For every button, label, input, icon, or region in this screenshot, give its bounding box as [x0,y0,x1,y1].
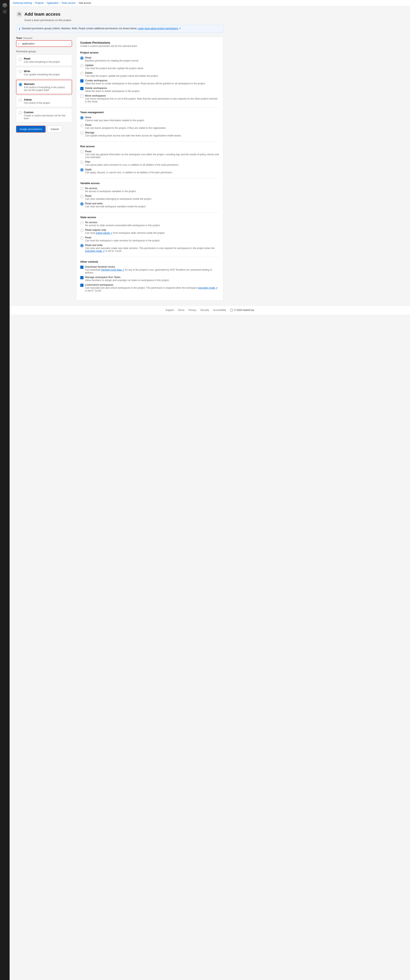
external-link-icon: ↗ [179,27,181,30]
svg-point-0 [18,13,19,14]
run-read-option[interactable]: Read Can read any general information on… [80,150,219,159]
perm-group-maintain[interactable]: Maintain Full control of everything in t… [16,80,72,94]
create-workspaces-desc: Allow this team to create workspaces in … [85,82,219,85]
custom-permissions-panel: Custom Permissions Create a custom permi… [76,37,223,301]
move-workspaces-checkbox [80,95,83,98]
perm-group-custom-desc: Create a custom permission set for this … [24,114,70,120]
breadcrumb-team-access[interactable]: Team access [62,2,76,5]
state-read-label: Read [85,236,219,239]
assign-permissions-button[interactable]: Assign permissions [16,126,46,133]
team-icon [16,11,22,18]
footer-privacy[interactable]: Privacy [188,309,196,312]
var-none-desc: No access to workspace variables in the … [85,190,219,193]
team-none-label: None [85,116,219,119]
execution-mode-link-state[interactable]: execution mode ↗ [85,250,105,252]
delete-workspaces-option[interactable]: ✓ Delete workspaces Allow this team to d… [80,86,219,92]
radio-maintain [19,83,22,86]
footer-accessibility[interactable]: Accessibility [213,309,226,312]
project-read-option[interactable]: Read Baseline permission for reading the… [80,56,219,62]
sidebar: ▸ [0,0,10,980]
create-workspaces-option[interactable]: ✓ Create workspaces Allow this team to c… [80,79,219,85]
state-none-radio [80,221,83,224]
state-read-option[interactable]: Read Can read the workspace's state vers… [80,236,219,242]
main-content: hashicorp-training / Projects / Applicat… [10,0,410,980]
cancel-button[interactable]: Cancel [47,126,62,133]
perm-group-write[interactable]: Write Can update everything the project [16,67,72,78]
breadcrumb-projects[interactable]: Projects [35,2,44,5]
breadcrumb-application[interactable]: Application [47,2,59,5]
form-layout: Team Required ✓ application developers o… [16,37,223,301]
var-read-label: Read [85,194,219,197]
team-manage-option[interactable]: Manage Can update existing team access a… [80,131,219,137]
run-apply-desc: Can apply, discard, or cancel runs, in a… [85,171,219,174]
custom-perm-title: Custom Permissions [80,41,219,44]
state-outputs-label: Read outputs only [85,228,219,231]
sidebar-expand-button[interactable]: ▸ [3,10,7,14]
learn-more-link[interactable]: Learn more about project permissions [138,27,178,30]
team-manage-desc: Can update existing team access and add … [85,134,219,137]
state-read-desc: Can read the workspace's state versions … [85,239,219,242]
project-read-desc: Baseline permission for reading the proj… [85,59,219,62]
output-values-link[interactable]: output values ↗ [96,232,113,234]
project-delete-desc: Can read the project, update the project… [85,75,219,77]
state-readwrite-option[interactable]: Read and write Can view and manually cre… [80,243,219,252]
perm-group-maintain-desc: Full control of everything in the projec… [24,86,69,92]
footer-support[interactable]: Support [165,309,174,312]
sentinel-mocks-option[interactable]: ✓ Download Sentinel mocks Can download S… [80,265,219,274]
perm-group-custom[interactable]: Custom Create a custom permission set fo… [16,108,72,123]
var-read-option[interactable]: Read Can view variables belonging to wor… [80,194,219,200]
radio-admin [19,99,22,102]
run-apply-option[interactable]: Apply Can apply, discard, or cancel runs… [80,168,219,174]
workspace-run-tasks-desc: Allow members to assign and unassign run… [85,279,219,282]
variable-access-section: Variable access No access No access to w… [80,182,219,208]
project-update-desc: Can read the project and also update the… [85,67,219,70]
state-readwrite-label: Read and write [85,243,219,247]
custom-perm-subtitle: Create a custom permission set for the s… [80,45,219,48]
var-read-desc: Can view variables belonging to workspac… [85,197,219,200]
perm-group-admin[interactable]: Admin Full control of the project [16,95,72,107]
page-subtitle: Grant a team permissions on this project… [24,19,223,22]
run-access-section: Run access Read Can read any general inf… [80,145,219,174]
footer-terms[interactable]: Terms [178,309,184,312]
state-outputs-option[interactable]: Read outputs only Can read output values… [80,228,219,234]
move-workspaces-option[interactable]: Move workspaces Can move workspaces into… [80,94,219,103]
team-manage-label: Manage [85,131,219,134]
lock-unlock-desc: Can manually lock and unlock workspaces … [85,286,219,292]
perm-group-read-name: Read [24,57,70,60]
lock-unlock-option[interactable]: ✓ Lock/unlock workspaces Can manually lo… [80,283,219,292]
project-update-option[interactable]: Update Can read the project and also upd… [80,64,219,70]
lock-unlock-checkbox: ✓ [80,284,83,287]
var-readwrite-option[interactable]: Read and write Can view and edit workspa… [80,202,219,208]
run-plan-label: Plan [85,160,219,163]
var-none-option[interactable]: No access No access to workspace variabl… [80,187,219,193]
breadcrumb-sep-4: / [77,2,78,5]
project-delete-label: Delete [85,71,219,74]
state-outputs-desc: Can read output values ↗ from workspace … [85,232,219,234]
lock-unlock-label: Lock/unlock workspaces [85,283,219,286]
project-access-title: Project access [80,51,219,54]
perm-group-custom-name: Custom [24,111,70,114]
breadcrumb-hashicorp-training[interactable]: hashicorp-training [13,2,32,5]
other-controls-section: Other controls ✓ Download Sentinel mocks… [80,260,219,292]
footer-security[interactable]: Security [200,309,209,312]
team-select[interactable]: application developers ops-team [16,40,72,47]
team-read-option[interactable]: Read Can see teams assigned to the proje… [80,123,219,129]
perm-group-admin-name: Admin [24,98,70,101]
project-update-label: Update [85,64,219,67]
execution-mode-link-lock[interactable]: execution mode ↗ [198,286,218,289]
sentinel-mock-data-link[interactable]: Sentinel mock data ↗ [101,269,124,271]
project-access-section: Project access Read Baseline permission … [80,51,219,103]
breadcrumb: hashicorp-training / Projects / Applicat… [10,0,410,6]
divider-5 [80,257,219,257]
workspace-run-tasks-option[interactable]: ✓ Manage workspace Run Tasks Allow membe… [80,276,219,282]
team-read-radio [80,124,83,127]
project-delete-option[interactable]: Delete Can read the project, update the … [80,71,219,77]
perm-group-read[interactable]: Read Can view everything in the project [16,54,72,66]
state-access-section: State access No access No access to stat… [80,216,219,252]
project-read-radio [80,56,83,60]
state-none-option[interactable]: No access No access to state versions as… [80,221,219,227]
team-none-option[interactable]: None Cannot read any team information re… [80,116,219,122]
action-buttons: Assign permissions Cancel [16,126,72,133]
run-plan-option[interactable]: Plan Can queue plans and comment on runs… [80,160,219,166]
radio-write [19,70,22,73]
